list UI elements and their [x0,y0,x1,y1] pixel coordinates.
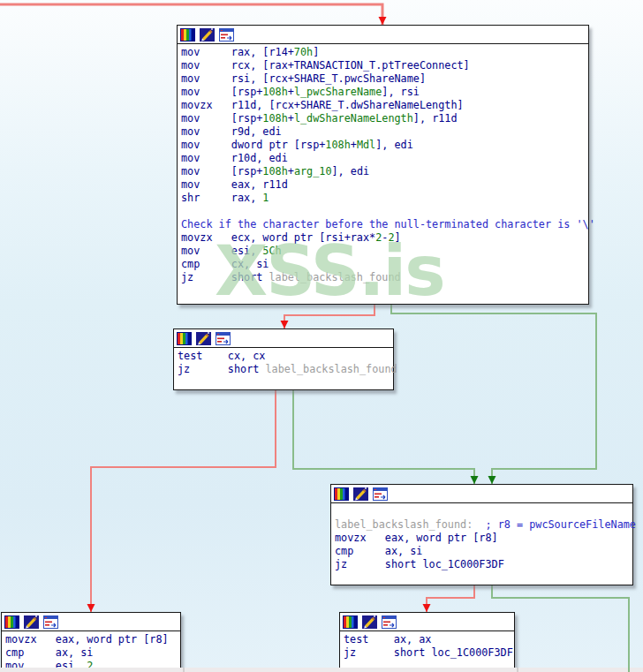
asm-text: mov rax, [r14+ [181,46,294,58]
block-test-cx[interactable]: test cx, cxjz short label_backslash_foun… [173,328,394,390]
asm-text: label_backslash_found [269,271,400,283]
window-edge [0,668,643,672]
asm-text: Check if the character before the null-t… [181,218,595,230]
asm-line[interactable]: movzx eax, word ptr [r8] [335,532,632,545]
asm-text: ] [313,46,319,58]
asm-line[interactable]: movzx eax, word ptr [r8] [5,633,180,646]
asm-text: movzx eax, word ptr [r8] [335,532,498,544]
block-bottom-right[interactable]: test ax, axjz short loc_1C000F3DF [339,612,515,672]
asm-line[interactable]: cmp cx, si [181,258,588,271]
asm-text: shr rax, [181,192,262,204]
edge-label-to-bottomright-red [423,585,475,612]
asm-text: jz short [181,271,269,283]
asm-text: mov dword ptr [rsp+ [181,139,325,151]
edge-entry-to-label-green [391,305,596,484]
asm-text: mov [rsp+ [181,86,262,98]
asm-line[interactable]: mov dword ptr [rsp+108h+Mdl], edi [181,139,588,152]
edge-entry-red [0,4,387,25]
asm-text: 1 [262,192,269,204]
block-label-backslash-found[interactable]: label_backslash_found: ; r8 = pwcSourceF… [330,484,633,585]
edit-icon[interactable] [362,615,377,629]
asm-text: mov r9d, edi [181,125,282,138]
asm-text: + [288,112,294,125]
asm-line[interactable]: mov [rsp+108h+l_pwcShareName], rsi [181,86,588,99]
asm-text: movzx r11d, [rcx+SHARE_T.dwShareNameLeng… [181,99,464,111]
asm-text: arg_10 [294,165,332,177]
block-titlebar[interactable] [340,613,514,631]
asm-line[interactable]: mov rcx, [rax+TRANSACTION_T.ptTreeConnec… [181,59,588,72]
xrefs-chart-icon[interactable] [373,487,388,501]
asm-text: 108h [325,139,350,151]
asm-text: movzx ecx, word ptr [rsi+rax* [181,231,375,244]
xrefs-chart-icon[interactable] [382,615,397,629]
asm-line[interactable]: movzx ecx, word ptr [rsi+rax*2-2] [181,231,588,245]
asm-line[interactable]: test cx, cx [178,350,393,363]
edge-entry-to-test-red [281,305,375,328]
asm-line[interactable]: mov rsi, [rcx+SHARE_T.pwcShareName] [181,72,588,86]
asm-text: mov rsi, [rcx+SHARE_T.pwcShareName] [181,72,426,85]
edge-test-to-label-green [293,390,479,484]
palette-icon[interactable] [180,28,195,42]
asm-line[interactable]: label_backslash_found: ; r8 = pwcSourceF… [335,518,632,532]
asm-text: ], rsi [382,86,420,98]
asm-text: + [288,165,294,177]
block-titlebar[interactable] [331,485,632,503]
block-code: mov rax, [r14+70h]mov rcx, [rax+TRANSACT… [178,44,588,284]
asm-line[interactable]: jz short loc_1C000F3DF [335,558,632,571]
palette-icon[interactable] [334,487,349,501]
asm-line[interactable]: movzx r11d, [rcx+SHARE_T.dwShareNameLeng… [181,99,588,112]
graph-view: XSS.is mov rax, [r14+70h]mov rcx, [rax+T… [0,0,643,672]
asm-text: mov eax, r11d [181,178,288,191]
xrefs-chart-icon[interactable] [219,28,234,42]
block-titlebar[interactable] [2,613,180,631]
asm-text: 2 [388,231,394,244]
asm-text: mov rcx, [rax+TRANSACTION_T.ptTreeConnec… [181,59,470,72]
asm-line[interactable]: mov rax, [r14+70h] [181,46,588,59]
asm-text: l_dwShareNameLength [294,112,413,125]
asm-line[interactable]: Check if the character before the null-t… [181,218,588,231]
palette-icon[interactable] [343,615,358,629]
asm-line[interactable]: jz short loc_1C000F3DF [344,646,514,660]
block-bottom-left[interactable]: movzx eax, word ptr [r8]cmp ax, simov es… [1,612,181,672]
edit-icon[interactable] [353,487,368,501]
asm-line[interactable]: jz short label_backslash_found [181,271,588,284]
asm-text: ], r11d [413,112,458,125]
asm-text: movzx eax, word ptr [r8] [5,633,169,646]
asm-line[interactable]: mov [rsp+108h+arg_10], edi [181,165,588,178]
asm-line[interactable]: mov [rsp+108h+l_dwShareNameLength], r11d [181,112,588,125]
asm-text: 5Ch [262,245,281,257]
asm-text: label_backslash_found: [335,518,473,531]
edit-icon[interactable] [24,615,39,629]
asm-line[interactable]: mov esi, 5Ch [181,245,588,258]
asm-line[interactable]: shr rax, 1 [181,192,588,205]
edge-test-to-bottomleft-red [87,390,276,612]
edit-icon[interactable] [200,28,215,42]
asm-text: cmp cx, si [181,258,269,270]
asm-line[interactable] [181,205,588,218]
asm-line[interactable]: cmp ax, si [335,545,632,558]
asm-text: 70h [294,46,313,58]
block-titlebar[interactable] [178,26,588,44]
asm-text: cmp ax, si [335,545,422,557]
block-entry[interactable]: mov rax, [r14+70h]mov rcx, [rax+TRANSACT… [177,25,589,305]
asm-line[interactable]: test ax, ax [344,633,514,646]
asm-line[interactable]: mov r9d, edi [181,125,588,139]
xrefs-chart-icon[interactable] [216,332,231,345]
palette-icon[interactable] [177,332,192,345]
palette-icon[interactable] [4,615,19,629]
asm-text: jz short loc_1C000F3DF [344,646,513,659]
block-titlebar[interactable] [174,329,393,348]
edge-tick [628,668,630,672]
edit-icon[interactable] [196,332,211,345]
asm-line[interactable]: jz short label_backslash_found [178,363,393,376]
block-code: test ax, axjz short loc_1C000F3DF [340,631,514,660]
xrefs-chart-icon[interactable] [43,615,58,629]
block-shadow-tick [183,668,185,672]
asm-line[interactable]: cmp ax, si [5,646,180,660]
asm-line[interactable]: mov eax, r11d [181,178,588,192]
asm-line[interactable]: mov r10d, edi [181,152,588,165]
asm-text: 108h [262,112,287,125]
asm-line[interactable] [335,505,632,518]
asm-text: mov r10d, edi [181,152,288,164]
block-code: movzx eax, word ptr [r8]cmp ax, simov es… [2,631,180,672]
